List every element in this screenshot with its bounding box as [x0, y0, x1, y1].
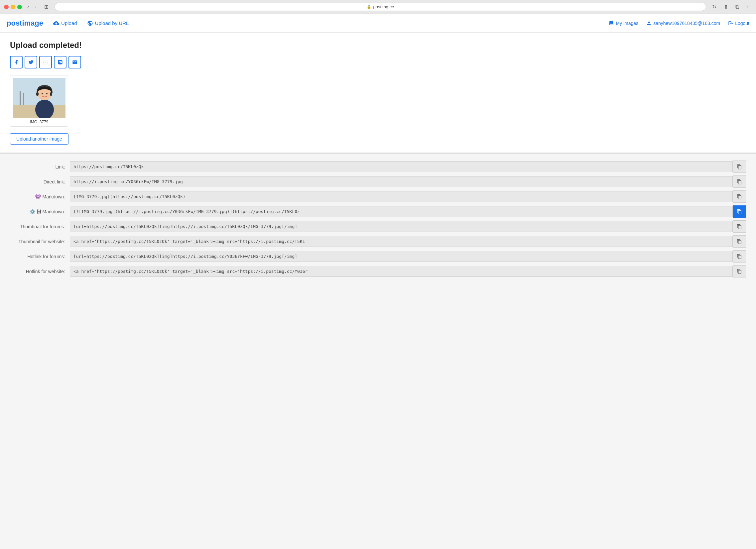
- forward-button[interactable]: ›: [32, 3, 38, 11]
- copy-icon-5: [737, 239, 742, 244]
- logo-image: image: [22, 19, 43, 27]
- svg-rect-8: [50, 92, 52, 96]
- user-email-text: sanyhew1097618435@163.com: [653, 21, 720, 26]
- url-text: postimg.cc: [373, 4, 394, 9]
- link-input-1[interactable]: [70, 176, 733, 187]
- image-preview: [13, 78, 65, 118]
- link-row-3: ⚙️ 🖼 Markdown:: [10, 206, 746, 218]
- vk-icon: [58, 60, 63, 65]
- logo[interactable]: postimage: [7, 19, 43, 28]
- user-email-link[interactable]: sanyhew1097618435@163.com: [646, 21, 720, 26]
- traffic-lights: [4, 5, 22, 9]
- copy-icon-1: [737, 179, 742, 185]
- copy-btn-6[interactable]: [733, 250, 746, 263]
- upload-nav-link[interactable]: Upload: [53, 20, 77, 26]
- email-icon: [72, 60, 77, 65]
- copy-icon-7: [737, 269, 742, 274]
- logout-link[interactable]: Logout: [728, 21, 749, 26]
- link-label-5: Thumbnail for website:: [10, 239, 70, 244]
- copy-btn-0[interactable]: [733, 161, 746, 173]
- fullscreen-button[interactable]: [17, 5, 22, 9]
- close-button[interactable]: [4, 5, 9, 9]
- link-input-6[interactable]: [70, 251, 733, 262]
- main-content: Upload completed! r/: [0, 33, 756, 549]
- reddit-label-icon: 👾: [35, 194, 41, 200]
- twitter-icon: [28, 60, 34, 65]
- link-row-7: Hotlink for website:: [10, 265, 746, 277]
- link-row-0: Link:: [10, 161, 746, 173]
- header-right: My images sanyhew1097618435@163.com Logo…: [609, 21, 749, 26]
- image-label-icon: 🖼: [37, 209, 41, 214]
- link-input-4[interactable]: [70, 221, 733, 232]
- links-section: Link: Direct link: 👾 Markdown:: [0, 154, 756, 287]
- my-images-label: My images: [616, 21, 638, 26]
- link-input-3[interactable]: [70, 206, 733, 217]
- link-label-0: Link:: [10, 164, 70, 170]
- svg-text:r/: r/: [45, 61, 47, 64]
- site-header: postimage Upload Upload by URL My images…: [0, 14, 756, 33]
- link-label-6: Hotlink for forums:: [10, 254, 70, 259]
- images-icon: [609, 21, 614, 26]
- upload-cloud-icon: [53, 20, 59, 26]
- copy-btn-4[interactable]: [733, 220, 746, 233]
- upload-by-url-nav-label: Upload by URL: [95, 20, 129, 26]
- new-tab-button[interactable]: +: [744, 3, 752, 11]
- tab-button[interactable]: ⧉: [733, 3, 742, 11]
- sidebar-toggle-button[interactable]: ⊞: [42, 3, 51, 11]
- nav-buttons: ‹ ›: [25, 3, 38, 11]
- link-label-7: Hotlink for website:: [10, 269, 70, 274]
- copy-icon-3: [737, 209, 742, 214]
- copy-btn-3[interactable]: [733, 206, 746, 218]
- svg-rect-4: [20, 91, 21, 105]
- link-row-2: 👾 Markdown:: [10, 191, 746, 203]
- user-icon: [646, 21, 652, 26]
- upload-title: Upload completed!: [10, 41, 746, 50]
- vk-share-button[interactable]: [54, 56, 66, 69]
- link-label-1: Direct link:: [10, 179, 70, 185]
- reddit-share-button[interactable]: r/: [39, 56, 52, 69]
- twitter-share-button[interactable]: [25, 56, 37, 69]
- upload-nav-label: Upload: [61, 20, 77, 26]
- link-input-2[interactable]: [70, 191, 733, 202]
- upload-by-url-nav-link[interactable]: Upload by URL: [87, 20, 129, 26]
- address-bar[interactable]: 🔒 postimg.cc: [55, 3, 706, 11]
- copy-icon-2: [737, 194, 742, 200]
- logout-icon: [728, 21, 733, 26]
- facebook-share-button[interactable]: [10, 56, 23, 69]
- github-label-icon: ⚙️: [30, 209, 35, 214]
- facebook-icon: [14, 60, 19, 65]
- globe-icon: [87, 20, 93, 26]
- reddit-icon: r/: [43, 60, 48, 65]
- link-row-6: Hotlink for forums:: [10, 250, 746, 263]
- copy-btn-2[interactable]: [733, 191, 746, 203]
- back-button[interactable]: ‹: [25, 3, 31, 11]
- my-images-link[interactable]: My images: [609, 21, 638, 26]
- copy-btn-7[interactable]: [733, 265, 746, 277]
- copy-icon-0: [737, 164, 742, 170]
- image-name: IMG_3779: [13, 120, 65, 124]
- browser-chrome: ‹ › ⊞ 🔒 postimg.cc ↻ ⬆ ⧉ +: [0, 0, 756, 14]
- link-input-0[interactable]: [70, 161, 733, 172]
- upload-another-button[interactable]: Upload another image: [10, 133, 68, 145]
- svg-rect-5: [23, 93, 24, 105]
- copy-btn-1[interactable]: [733, 176, 746, 188]
- link-row-4: Thumbnail for forums:: [10, 220, 746, 233]
- logout-label: Logout: [735, 21, 749, 26]
- link-input-5[interactable]: [70, 236, 733, 247]
- svg-point-11: [46, 93, 48, 94]
- link-input-7[interactable]: [70, 266, 733, 277]
- upload-section: Upload completed! r/: [0, 33, 756, 154]
- image-card[interactable]: IMG_3779: [10, 75, 68, 127]
- copy-icon-6: [737, 254, 742, 259]
- copy-btn-5[interactable]: [733, 235, 746, 248]
- share-button[interactable]: ⬆: [721, 3, 731, 11]
- logo-post: post: [7, 19, 22, 27]
- link-label-2: 👾 Markdown:: [10, 194, 70, 200]
- browser-actions: ↻ ⬆ ⧉ +: [709, 3, 752, 11]
- reload-button[interactable]: ↻: [709, 3, 719, 11]
- image-svg: [13, 78, 65, 118]
- minimize-button[interactable]: [11, 5, 15, 9]
- svg-point-10: [42, 93, 43, 94]
- email-share-button[interactable]: [68, 56, 81, 69]
- social-buttons: r/: [10, 56, 746, 69]
